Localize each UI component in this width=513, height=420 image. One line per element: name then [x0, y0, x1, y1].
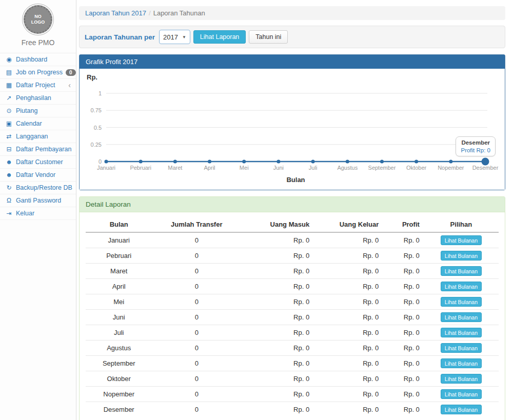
chart-point-juli[interactable]	[311, 160, 315, 164]
sidebar-item-penghasilan[interactable]: ↗Penghasilan	[0, 92, 76, 105]
detail-panel: Detail Laporan Bulan Jumlah Transfer Uan…	[79, 196, 505, 420]
dashboard-icon: ◉	[5, 56, 13, 63]
x-tick-label: Juni	[273, 165, 284, 171]
sidebar-item-langganan[interactable]: ⇄Langganan	[0, 130, 76, 143]
cell: Rp. 0	[383, 232, 424, 248]
sidebar-item-ganti-password[interactable]: ΩGanti Password	[0, 194, 76, 207]
lihat-bulanan-button[interactable]: Lihat Bulanan	[441, 235, 482, 245]
sidebar-item-label: Daftar Project	[16, 82, 55, 89]
sidebar-item-label: Daftar Pembayaran	[16, 146, 71, 153]
year-select[interactable]: 2017 ▼	[159, 30, 190, 44]
sidebar-item-piutang[interactable]: ⊙Piutang	[0, 105, 76, 117]
chart-point-oktober[interactable]	[415, 160, 418, 164]
tahun-ini-button[interactable]: Tahun ini	[249, 30, 288, 44]
cell: 0	[152, 248, 241, 264]
filter-label: Laporan Tahunan per	[85, 33, 155, 41]
chart-point-januari[interactable]	[105, 160, 108, 164]
caret-down-icon: ▼	[182, 35, 186, 39]
sidebar-item-label: Piutang	[16, 107, 37, 114]
table-icon: ▦	[5, 82, 13, 89]
x-tick-label: Agustus	[337, 165, 358, 171]
line-chart-icon: ↗	[5, 94, 13, 102]
chart-point-april[interactable]	[208, 160, 211, 164]
cell: Rp. 0	[383, 264, 424, 279]
sidebar-item-label: Langganan	[16, 133, 48, 140]
lihat-bulanan-button[interactable]: Lihat Bulanan	[441, 251, 482, 261]
chart-point-maret[interactable]	[173, 160, 177, 164]
lihat-bulanan-button[interactable]: Lihat Bulanan	[441, 343, 482, 353]
chart-point-pebruari[interactable]	[139, 160, 143, 164]
cell: Desember	[86, 402, 152, 417]
cell: Rp. 0	[241, 371, 313, 387]
tooltip-value: Profit Rp: 0	[461, 147, 490, 153]
chart-point-nopember[interactable]	[449, 160, 452, 164]
lihat-bulanan-button[interactable]: Lihat Bulanan	[441, 297, 482, 307]
lihat-bulanan-button[interactable]: Lihat Bulanan	[441, 328, 482, 337]
table-row: Januari0Rp. 0Rp. 0Rp. 0Lihat Bulanan	[86, 232, 499, 248]
total-jumlah-transfer: 0	[152, 417, 241, 420]
sidebar-item-label: Keluar	[16, 210, 34, 217]
sidebar-item-daftar-customer[interactable]: ☻Daftar Customer	[0, 156, 76, 169]
cell: Rp. 0	[241, 310, 313, 325]
sidebar-item-calendar[interactable]: ▣Calendar	[0, 117, 76, 130]
profit-line-chart[interactable]: 00.250.50.751JanuariPebruariMaretAprilMe…	[80, 69, 505, 190]
cell: 0	[152, 341, 241, 356]
cell: Maret	[86, 264, 152, 279]
sidebar: NO LOGO Free PMO ◉Dashboard▤Job on Progr…	[0, 0, 76, 420]
lihat-bulanan-button[interactable]: Lihat Bulanan	[441, 374, 482, 384]
cell: Rp. 0	[313, 402, 383, 417]
cell: 0	[152, 264, 241, 279]
chart-point-mei[interactable]	[242, 160, 246, 164]
chart-y-axis-label: Rp.	[87, 73, 97, 81]
lock-icon: Ω	[5, 197, 13, 204]
lihat-bulanan-button[interactable]: Lihat Bulanan	[441, 358, 482, 368]
cell: Rp. 0	[313, 248, 383, 264]
cell: Pebruari	[86, 248, 152, 264]
cell: 0	[152, 325, 241, 341]
chart-panel-title: Grafik Profit 2017	[80, 55, 505, 69]
brand-name: Free PMO	[0, 38, 76, 47]
y-tick-label: 1	[98, 90, 102, 96]
cell: Rp. 0	[313, 232, 383, 248]
logo-area: NO LOGO Free PMO	[0, 0, 76, 53]
chart-point-juni[interactable]	[277, 160, 280, 164]
table-row: April0Rp. 0Rp. 0Rp. 0Lihat Bulanan	[86, 279, 499, 294]
lihat-laporan-button[interactable]: Lihat Laporan	[193, 30, 246, 44]
cell: Rp. 0	[313, 310, 383, 325]
sidebar-item-daftar-project[interactable]: ▦Daftar Project‹	[0, 79, 76, 92]
cell: Rp. 0	[383, 371, 424, 387]
cell: Oktober	[86, 371, 152, 387]
chart-point-september[interactable]	[380, 160, 384, 164]
cell: Rp. 0	[313, 294, 383, 310]
sidebar-item-dashboard[interactable]: ◉Dashboard	[0, 53, 76, 66]
total-uang-masuk: Rp. 0	[241, 417, 313, 420]
cell: Rp. 0	[383, 294, 424, 310]
cell: Rp. 0	[313, 279, 383, 294]
cell: Rp. 0	[241, 248, 313, 264]
sidebar-item-backup-restore-db[interactable]: ↻Backup/Restore DB	[0, 182, 76, 194]
chart-point-agustus[interactable]	[346, 160, 349, 164]
sidebar-item-daftar-vendor[interactable]: ☻Daftar Vendor	[0, 169, 76, 182]
lihat-bulanan-button[interactable]: Lihat Bulanan	[441, 282, 482, 291]
lihat-bulanan-button[interactable]: Lihat Bulanan	[441, 405, 482, 414]
sidebar-item-daftar-pembayaran[interactable]: ⊟Daftar Pembayaran	[0, 143, 76, 156]
col-profit: Profit	[383, 216, 424, 232]
sidebar-item-keluar[interactable]: ⇥Keluar	[0, 207, 76, 220]
lihat-bulanan-button[interactable]: Lihat Bulanan	[441, 389, 482, 399]
cell: Nopember	[86, 387, 152, 402]
lihat-bulanan-button[interactable]: Lihat Bulanan	[441, 266, 482, 276]
x-tick-label: April	[204, 165, 215, 171]
cell: Rp. 0	[383, 325, 424, 341]
table-row: Oktober0Rp. 0Rp. 0Rp. 0Lihat Bulanan	[86, 371, 499, 387]
breadcrumb-link-laporan-tahun[interactable]: Laporan Tahun 2017	[85, 9, 146, 17]
cell: Rp. 0	[241, 232, 313, 248]
sidebar-item-job-on-progress[interactable]: ▤Job on Progress0	[0, 66, 76, 79]
lihat-bulanan-button[interactable]: Lihat Bulanan	[441, 312, 482, 322]
table-row: Nopember0Rp. 0Rp. 0Rp. 0Lihat Bulanan	[86, 387, 499, 402]
cell: Rp. 0	[383, 248, 424, 264]
table-row: Juli0Rp. 0Rp. 0Rp. 0Lihat Bulanan	[86, 325, 499, 341]
col-uang-keluar: Uang Keluar	[313, 216, 383, 232]
cell: 0	[152, 232, 241, 248]
app-window: NO LOGO Free PMO ◉Dashboard▤Job on Progr…	[0, 0, 513, 420]
cell: Rp. 0	[241, 294, 313, 310]
